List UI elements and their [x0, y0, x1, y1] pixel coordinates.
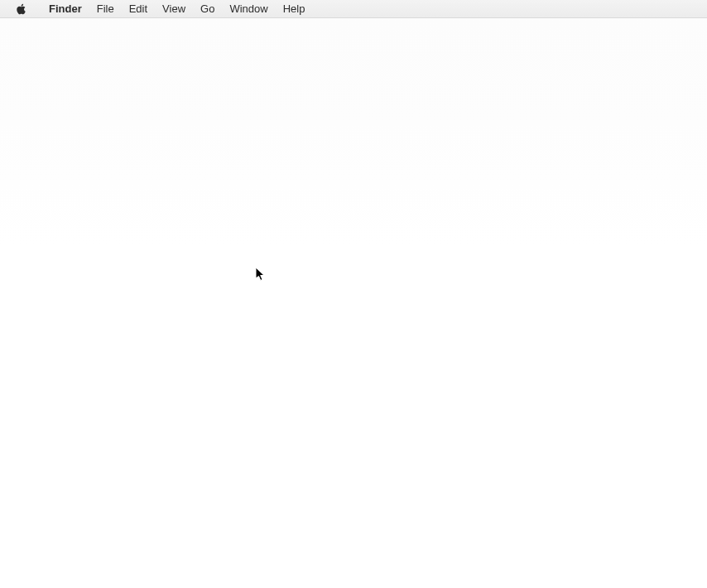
- menu-edit[interactable]: Edit: [122, 0, 155, 17]
- desktop-area[interactable]: [0, 18, 707, 588]
- menu-file[interactable]: File: [89, 0, 122, 17]
- menu-view[interactable]: View: [155, 0, 193, 17]
- menu-app-name[interactable]: Finder: [41, 0, 89, 17]
- menu-window[interactable]: Window: [222, 0, 275, 17]
- menubar: Finder File Edit View Go Window Help: [0, 0, 707, 18]
- menu-go[interactable]: Go: [193, 0, 222, 17]
- cursor-icon: [256, 267, 266, 282]
- apple-menu-icon[interactable]: [15, 3, 26, 15]
- menu-help[interactable]: Help: [276, 0, 313, 17]
